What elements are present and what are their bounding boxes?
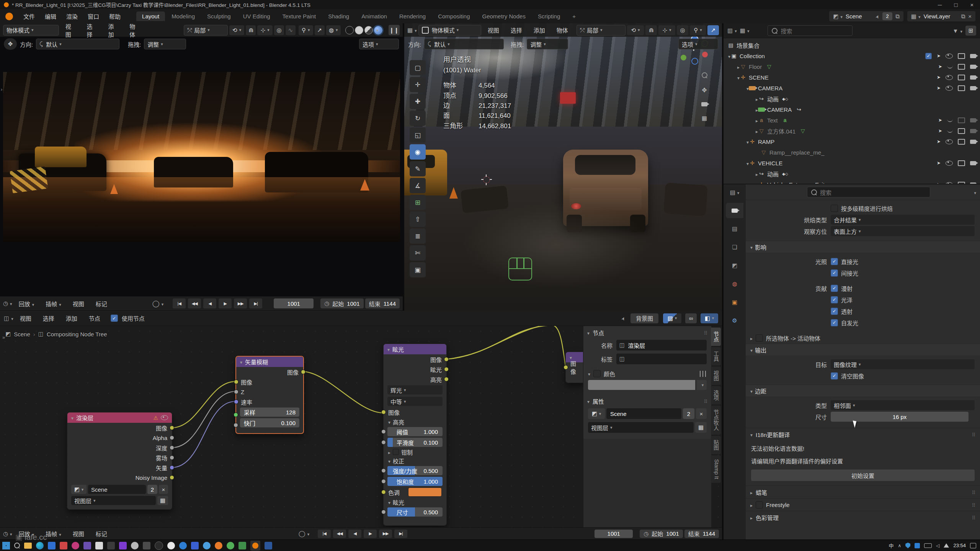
diffuse-checkbox[interactable] <box>831 285 838 292</box>
direct-checkbox[interactable] <box>831 258 838 265</box>
input-socket-z[interactable] <box>234 390 238 394</box>
proportional-edit-icon[interactable]: ◎ <box>274 25 284 35</box>
taskbar-app-icon[interactable] <box>215 542 222 549</box>
add-menu[interactable]: 添加 <box>103 23 123 38</box>
proportional-falloff-icon[interactable]: ∿ <box>286 25 296 35</box>
keying-menu[interactable]: 插帧 <box>41 300 66 308</box>
glossy-checkbox[interactable] <box>831 296 838 303</box>
jump-to-end-button[interactable]: ▶| <box>394 530 407 538</box>
tray-notification-icon[interactable] <box>970 543 976 548</box>
snap-target-dropdown[interactable]: ⊹ <box>658 25 675 35</box>
editor-type-icon[interactable]: ▥ <box>727 27 737 34</box>
scene-browse-button[interactable]: ◩ <box>71 485 87 494</box>
next-keyframe-button[interactable]: ▶▶ <box>234 298 247 308</box>
render-disable-icon[interactable] <box>970 161 976 165</box>
view-object-types-dropdown[interactable]: ⚲ <box>299 25 313 35</box>
workspace-tab-shading[interactable]: Shading <box>322 11 355 21</box>
output-socket-image[interactable] <box>170 425 174 430</box>
frame-start-field[interactable]: ◷ 起始1001 <box>320 298 363 308</box>
add-primitive-tool[interactable]: ⊞ <box>410 195 426 210</box>
input-socket-size[interactable] <box>381 510 386 514</box>
taskbar-app-icon[interactable] <box>191 542 199 549</box>
backdrop-button[interactable]: 背景图 <box>630 313 658 323</box>
cursor-3d-tool[interactable]: ✛ <box>410 77 426 92</box>
workspace-tab-layout[interactable]: Layout <box>136 11 165 21</box>
tab-view[interactable]: 视图 <box>711 367 721 385</box>
panel-drag-handle[interactable] <box>704 329 707 336</box>
input-socket-image[interactable] <box>234 380 238 384</box>
gpencil-collapse-icon[interactable] <box>750 489 753 496</box>
taskbar-app-icon[interactable] <box>83 542 91 549</box>
show-gizmo-icon[interactable]: ↗ <box>315 25 325 35</box>
editor-type-icon[interactable]: ◫ <box>4 315 13 322</box>
tray-network-icon[interactable] <box>944 543 949 548</box>
pivot-point-dropdown[interactable]: ⟲ <box>627 25 644 35</box>
properties-tab-render[interactable] <box>726 203 743 218</box>
workspace-tab-geometry-nodes[interactable]: Geometry Nodes <box>477 11 531 21</box>
taskbar-app-blender[interactable] <box>250 541 260 551</box>
overlay-toggle-button[interactable]: ◧ <box>701 313 718 323</box>
gpencil-panel-title[interactable]: 蜡笔 <box>756 488 767 496</box>
drag-dropdown[interactable]: 调整 <box>144 39 186 49</box>
taskbar-app-icon[interactable] <box>167 542 175 549</box>
jump-to-start-button[interactable]: |◀ <box>173 298 186 308</box>
indirect-checkbox[interactable] <box>831 269 838 277</box>
outliner-row-camera-data[interactable]: CAMERA ↪ <box>724 104 980 115</box>
input-socket-saturation[interactable] <box>381 479 386 484</box>
view-menu[interactable]: 视图 <box>68 300 89 308</box>
pivot-point-dropdown[interactable]: ⟲ <box>229 25 245 35</box>
samples-field[interactable]: 采样128 <box>240 408 299 417</box>
view-menu[interactable]: 视图 <box>483 26 504 34</box>
freestyle-panel-title[interactable]: Freestyle <box>766 502 790 508</box>
correction-section-label[interactable]: 校正 <box>393 457 404 465</box>
editor-type-icon[interactable]: ▦ <box>407 27 417 34</box>
transform-orientation-dropdown[interactable]: ⤱局部 <box>184 25 228 36</box>
new-scene-icon[interactable]: ⧉ <box>895 13 900 20</box>
tab-options[interactable]: 选项 <box>711 386 721 404</box>
start-button[interactable] <box>2 542 10 549</box>
output-socket-highlights[interactable] <box>444 377 449 381</box>
outliner-row-cube041[interactable]: ▽立方体.041 ▽ <box>724 126 980 136</box>
object-menu[interactable]: 物体 <box>124 23 144 38</box>
frame-end-field[interactable]: 结束1144 <box>365 298 400 308</box>
workspace-tab-animation[interactable]: Animation <box>356 11 393 21</box>
outliner-row-scene-empty[interactable]: ✛SCENE <box>724 72 980 83</box>
bake-type-dropdown[interactable]: 合并结果 <box>831 215 975 225</box>
render-disable-icon[interactable] <box>970 65 976 69</box>
proportional-edit-icon[interactable]: ◎ <box>677 25 688 35</box>
tint-color-swatch[interactable] <box>408 487 442 497</box>
perspective-toggle-icon[interactable]: ▦ <box>702 115 707 122</box>
taskbar-app-word[interactable] <box>265 542 272 549</box>
taskbar-app-icon[interactable] <box>107 542 115 549</box>
properties-tab-world[interactable]: ◍ <box>726 276 743 292</box>
play-reverse-button[interactable]: ◀ <box>203 298 216 308</box>
menu-file[interactable]: 文件 <box>18 12 40 20</box>
taskbar-search-icon[interactable] <box>14 543 20 548</box>
color-dropdown-button[interactable] <box>697 380 707 390</box>
target-dropdown[interactable]: 图像纹理 <box>831 359 975 369</box>
outliner-row-vehicle-entrance[interactable]: ✛Vehicle_Entrance_Exit <box>724 179 980 184</box>
output-collapse-icon[interactable] <box>750 347 753 353</box>
shading-solid-icon[interactable] <box>355 26 363 34</box>
selected-to-active-collapse-icon[interactable] <box>750 335 753 341</box>
viewport-3d-right[interactable]: 用户透视 (1001) Water 物体4,564 顶点9,902,566 边2… <box>404 23 722 311</box>
scene-selector[interactable]: ◩ Scene 2 ⧉ <box>829 11 903 21</box>
panel-collapse-icon[interactable] <box>587 398 590 404</box>
auto-keying-icon[interactable]: ◯ <box>152 300 164 308</box>
taskbar-app-icon[interactable] <box>179 542 187 549</box>
sidebar-expand-icon[interactable]: » <box>2 334 5 340</box>
selectable-icon[interactable] <box>937 75 941 80</box>
menu-edit[interactable]: 编辑 <box>40 12 61 20</box>
hidden-icon[interactable] <box>947 129 953 133</box>
editor-type-icon[interactable]: ▤ <box>730 189 740 196</box>
backdrop-channels-button[interactable]: ▨ <box>663 313 681 323</box>
workspace-tab-scripting[interactable]: Scripting <box>532 11 566 21</box>
pause-render-button[interactable]: ❙❙ <box>389 25 400 35</box>
input-socket-tint[interactable] <box>381 490 386 494</box>
jump-to-start-button[interactable]: |◀ <box>318 530 331 538</box>
hide-icon[interactable] <box>946 139 953 144</box>
tray-shield-icon[interactable] <box>905 543 910 548</box>
hidden-socket-gray[interactable] <box>234 423 238 427</box>
rotate-tool[interactable]: ↻ <box>410 111 426 126</box>
select-menu[interactable]: 选择 <box>38 314 59 322</box>
